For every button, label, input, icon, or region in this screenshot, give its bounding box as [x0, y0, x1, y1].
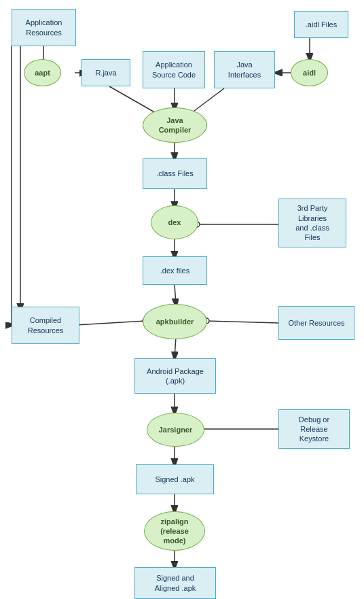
compiled-resources-box: CompiledResources [12, 307, 79, 344]
aidl-files-box: .aidl Files [294, 11, 348, 38]
app-source-code-box: ApplicationSource Code [143, 51, 205, 88]
apkbuilder-ellipse: apkbuilder [143, 304, 207, 339]
android-package-box: Android Package(.apk) [134, 358, 216, 394]
app-resources-box: ApplicationResources [12, 9, 76, 46]
svg-line-21 [175, 337, 176, 358]
other-resources-box: Other Resources [278, 306, 354, 340]
connector-lines [0, 0, 364, 599]
signed-apk-box: Signed .apk [136, 464, 214, 494]
svg-line-12 [175, 284, 176, 305]
jarsigner-ellipse: Jarsigner [147, 413, 204, 447]
aidl-ellipse: aidl [291, 59, 328, 86]
svg-line-15 [206, 321, 278, 323]
class-files-box: .class Files [143, 158, 207, 189]
svg-line-13 [76, 321, 145, 325]
third-party-box: 3rd PartyLibrariesand .classFiles [278, 199, 346, 247]
aapt-ellipse: aapt [24, 59, 61, 86]
java-interfaces-box: JavaInterfaces [214, 51, 275, 88]
dex-ellipse: dex [151, 205, 198, 239]
diagram: ApplicationResources .aidl Files aapt R.… [0, 0, 364, 599]
zipalign-ellipse: zipalign(releasemode) [144, 511, 205, 551]
dex-files-box: .dex files [143, 256, 207, 285]
signed-aligned-box: Signed andAligned .apk [134, 567, 216, 599]
rjava-box: R.java [81, 59, 130, 86]
debug-release-box: Debug orReleaseKeystore [278, 409, 350, 449]
java-compiler-ellipse: JavaCompiler [143, 107, 207, 143]
